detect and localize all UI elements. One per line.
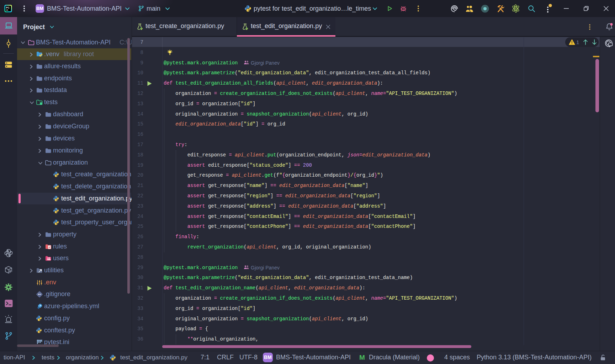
svg-text:PC: PC — [6, 6, 10, 9]
